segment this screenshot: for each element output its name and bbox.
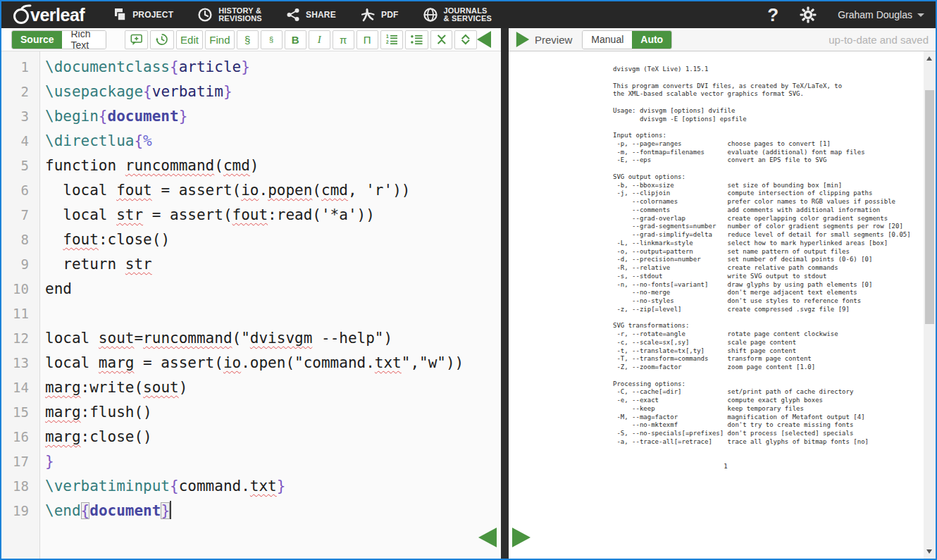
line-number: 7 (1, 203, 39, 228)
save-status: up-to-date and saved (829, 34, 929, 46)
collapse-all-button[interactable] (430, 30, 453, 49)
chevron-down-icon (917, 13, 924, 17)
user-menu[interactable]: Graham Douglas (838, 9, 924, 20)
collapse-icon (436, 33, 447, 46)
top-header: verleaf PROJECT HISTORY &REVISIONS (1, 1, 936, 28)
pdf-page-text: dvisvgm (TeX Live) 1.15.1 This program c… (613, 66, 911, 471)
bold-button[interactable]: B (285, 30, 306, 49)
logo-text: verleaf (30, 5, 85, 25)
code-line[interactable]: \documentclass{article} (45, 55, 501, 80)
history-icon (197, 7, 213, 23)
pane-resize-handle[interactable] (501, 28, 509, 559)
code-line[interactable]: local fout = assert(io.popen(cmd, 'r')) (45, 178, 501, 203)
expand-all-button[interactable] (454, 30, 477, 49)
code-line[interactable]: marg:flush() (45, 400, 501, 425)
line-number: 5 (1, 154, 39, 178)
line-number: 9 (1, 252, 39, 277)
numbered-list-button[interactable]: 1 2 (380, 30, 404, 49)
svg-text:2: 2 (386, 39, 389, 44)
preview-toolbar: Preview Manual Auto up-to-date and saved (509, 28, 936, 51)
line-number: 6 (1, 178, 39, 203)
code-line[interactable]: \verbatiminput{command.txt} (45, 474, 501, 499)
code-line[interactable]: \begin{document} (45, 104, 501, 129)
scrollbar-thumb[interactable] (925, 90, 934, 324)
line-number: 10 (1, 277, 39, 301)
display-math-button[interactable]: Π (356, 30, 378, 49)
project-icon (113, 8, 127, 22)
code-line[interactable]: } (45, 449, 501, 474)
code-line[interactable]: marg:write(sout) (45, 375, 501, 400)
user-name: Graham Douglas (838, 9, 912, 20)
line-number: 3 (1, 104, 39, 129)
comment-plus-icon (130, 33, 142, 46)
code-line[interactable]: return str (45, 252, 501, 277)
bullet-list-icon (411, 33, 423, 46)
code-line[interactable] (45, 301, 501, 326)
menu-label: PROJECT (132, 11, 173, 19)
code-editor[interactable]: 12345678910111213141516171819 \documentc… (1, 51, 501, 559)
menu-item-pdf[interactable]: PDF (360, 7, 399, 23)
code-line[interactable]: local marg = assert(io.open("command.txt… (45, 351, 501, 375)
line-number: 11 (1, 301, 39, 326)
scroll-down-icon[interactable] (926, 549, 932, 554)
find-button[interactable]: Find (205, 30, 234, 49)
header-menu: PROJECT HISTORY &REVISIONS SHARE (113, 7, 492, 23)
menu-label: HISTORY &REVISIONS (218, 7, 262, 23)
section-button[interactable]: § (237, 30, 259, 49)
line-number: 16 (1, 425, 39, 449)
collapse-right-pane-button[interactable] (512, 528, 530, 547)
code-line[interactable]: local sout=runcommand("dvisvgm --help") (45, 326, 501, 351)
line-number: 15 (1, 400, 39, 425)
pdf-icon (360, 7, 376, 23)
line-number: 17 (1, 449, 39, 474)
code-line[interactable]: marg:close() (45, 425, 501, 449)
code-line[interactable]: end (45, 277, 501, 301)
menu-item-share[interactable]: SHARE (286, 8, 336, 22)
source-mode-button[interactable]: Source (12, 31, 62, 49)
code-line[interactable]: \end{document} (45, 499, 501, 523)
menu-label: PDF (381, 11, 399, 19)
overleaf-logo[interactable]: verleaf (11, 4, 85, 25)
code-line[interactable]: \directlua{% (45, 129, 501, 154)
menu-item-project[interactable]: PROJECT (113, 8, 173, 22)
preview-pane: Preview Manual Auto up-to-date and saved… (509, 28, 936, 559)
menu-item-journals-services[interactable]: JOURNALS& SERVICES (423, 7, 492, 23)
line-number: 19 (1, 499, 39, 523)
menu-label: JOURNALS& SERVICES (444, 7, 492, 23)
line-number: 14 (1, 375, 39, 400)
line-number: 4 (1, 129, 39, 154)
svg-text:1: 1 (386, 34, 389, 39)
add-comment-button[interactable] (125, 30, 148, 49)
track-changes-button[interactable] (150, 30, 173, 49)
settings-gear-icon[interactable] (800, 6, 817, 23)
code-line[interactable]: function runcommand(cmd) (45, 154, 501, 178)
auto-compile-button[interactable]: Auto (632, 31, 671, 49)
editor-pane: Source Rich Text (1, 28, 501, 559)
collapse-left-pane-button[interactable] (478, 528, 497, 547)
preview-scrollbar[interactable] (924, 51, 936, 559)
rich-text-mode-button[interactable]: Rich Text (62, 31, 105, 49)
scroll-up-icon[interactable] (926, 56, 932, 61)
collapse-editor-button[interactable] (477, 31, 491, 48)
overleaf-window: verleaf PROJECT HISTORY &REVISIONS (0, 0, 937, 560)
run-preview-button[interactable] (516, 32, 529, 47)
bullet-list-button[interactable] (405, 30, 428, 49)
line-number: 2 (1, 80, 39, 104)
italic-button[interactable]: I (309, 30, 330, 49)
code-line[interactable]: \usepackage{verbatim} (45, 80, 501, 104)
pdf-preview: dvisvgm (TeX Live) 1.15.1 This program c… (509, 51, 936, 559)
header-right: ? Graha (767, 4, 924, 26)
code-line[interactable]: fout:close() (45, 228, 501, 252)
code-lines[interactable]: \documentclass{article}\usepackage{verba… (40, 51, 501, 559)
menu-item-history-revisions[interactable]: HISTORY &REVISIONS (197, 7, 262, 23)
manual-compile-button[interactable]: Manual (583, 31, 632, 49)
line-number: 12 (1, 326, 39, 351)
help-button[interactable]: ? (767, 4, 778, 26)
code-line[interactable]: local str = assert(fout:read('*a')) (45, 203, 501, 228)
line-number: 8 (1, 228, 39, 252)
inline-math-button[interactable]: π (333, 30, 354, 49)
edit-button[interactable]: Edit (176, 30, 204, 49)
line-number: 13 (1, 351, 39, 375)
editor-toolbar: Source Rich Text (1, 28, 501, 51)
subsection-button[interactable]: § (261, 30, 283, 49)
